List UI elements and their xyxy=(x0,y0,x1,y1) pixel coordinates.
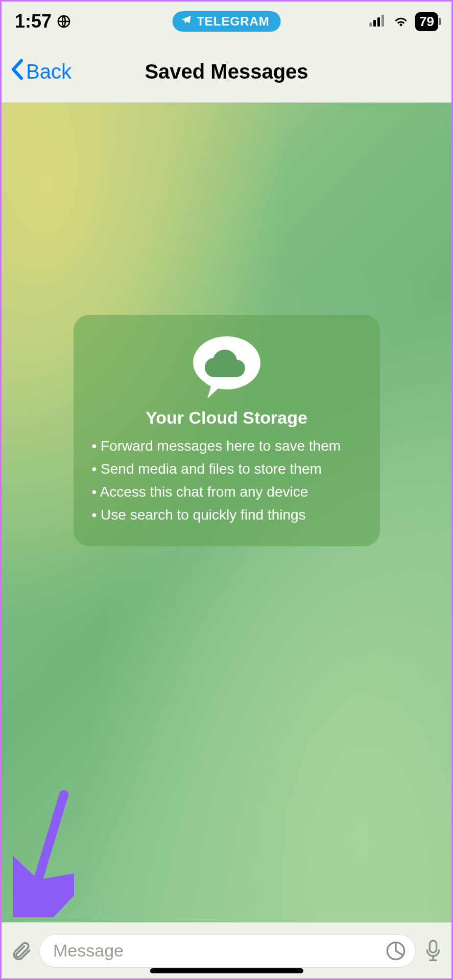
battery-level: 79 xyxy=(419,14,434,29)
svg-rect-3 xyxy=(377,17,380,27)
message-input-bar xyxy=(2,922,451,978)
wifi-icon xyxy=(393,14,409,29)
telegram-icon xyxy=(180,14,192,29)
annotation-arrow xyxy=(13,790,74,919)
svg-line-5 xyxy=(30,795,64,906)
status-right: 79 xyxy=(369,12,438,31)
back-button[interactable]: Back xyxy=(2,58,71,85)
page-title: Saved Messages xyxy=(145,60,308,83)
chat-area[interactable]: Your Cloud Storage Forward messages here… xyxy=(2,103,451,922)
message-input[interactable] xyxy=(53,941,386,961)
svg-rect-7 xyxy=(430,941,436,952)
location-icon xyxy=(57,14,71,29)
sticker-button[interactable] xyxy=(386,941,406,961)
svg-rect-1 xyxy=(369,22,372,27)
attachment-button[interactable] xyxy=(10,940,32,962)
info-bullet: Send media and files to store them xyxy=(92,458,362,481)
svg-rect-4 xyxy=(382,15,384,27)
svg-rect-2 xyxy=(373,20,376,27)
battery-indicator: 79 xyxy=(415,12,438,31)
info-bullet-list: Forward messages here to save them Send … xyxy=(89,435,365,526)
info-bullet: Use search to quickly find things xyxy=(92,504,362,527)
back-label: Back xyxy=(26,60,71,83)
status-time: 1:57 xyxy=(15,11,52,32)
info-title: Your Cloud Storage xyxy=(89,408,365,428)
home-indicator[interactable] xyxy=(150,968,303,973)
status-left: 1:57 xyxy=(15,11,71,32)
nav-bar: Back Saved Messages xyxy=(2,41,451,103)
microphone-button[interactable] xyxy=(423,939,443,963)
cloud-speech-icon xyxy=(89,332,365,404)
telegram-pill-label: TELEGRAM xyxy=(197,14,270,29)
cloud-storage-info-card: Your Cloud Storage Forward messages here… xyxy=(74,315,380,546)
chevron-left-icon xyxy=(10,58,25,85)
info-bullet: Access this chat from any device xyxy=(92,481,362,504)
cellular-icon xyxy=(369,14,387,29)
telegram-pill: TELEGRAM xyxy=(172,11,281,32)
info-bullet: Forward messages here to save them xyxy=(92,435,362,458)
status-bar: 1:57 TELEGRAM xyxy=(2,2,451,41)
message-input-container[interactable] xyxy=(39,934,416,968)
